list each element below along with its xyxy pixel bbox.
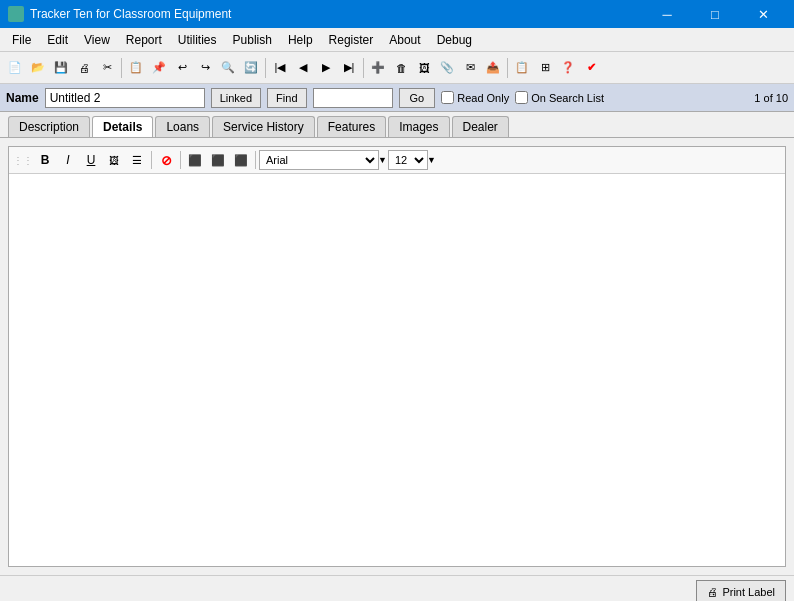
toolbar-sep-4 xyxy=(507,58,508,78)
drag-handle-icon: ⋮⋮ xyxy=(13,155,33,166)
tab-dealer[interactable]: Dealer xyxy=(452,116,509,137)
title-bar: Tracker Ten for Classroom Equipment ─ □ … xyxy=(0,0,794,28)
menu-report[interactable]: Report xyxy=(118,31,170,49)
menu-edit[interactable]: Edit xyxy=(39,31,76,49)
app-icon xyxy=(8,6,24,22)
tab-bar: Description Details Loans Service Histor… xyxy=(0,112,794,138)
tab-service-history[interactable]: Service History xyxy=(212,116,315,137)
minimize-button[interactable]: ─ xyxy=(644,4,690,24)
toolbar-list[interactable]: 📋 xyxy=(511,57,533,79)
toolbar-help[interactable]: ❓ xyxy=(557,57,579,79)
toolbar-photo[interactable]: 🖼 xyxy=(413,57,435,79)
toolbar-find[interactable]: 🔍 xyxy=(217,57,239,79)
toolbar-last[interactable]: ▶| xyxy=(338,57,360,79)
rich-sep-3 xyxy=(255,151,256,169)
toolbar-cut[interactable]: ✂ xyxy=(96,57,118,79)
menu-file[interactable]: File xyxy=(4,31,39,49)
print-label-text: Print Label xyxy=(722,586,775,598)
print-label-button[interactable]: 🖨 Print Label xyxy=(696,580,786,601)
name-label: Name xyxy=(6,91,39,105)
toolbar-prev[interactable]: ◀ xyxy=(292,57,314,79)
name-input[interactable] xyxy=(45,88,205,108)
strike-button[interactable]: ⊘ xyxy=(155,149,177,171)
menu-about[interactable]: About xyxy=(381,31,428,49)
toolbar-email[interactable]: ✉ xyxy=(459,57,481,79)
find-button[interactable]: Find xyxy=(267,88,306,108)
rich-toolbar: ⋮⋮ B I U 🖼 ☰ ⊘ ⬛ ⬛ ⬛ Arial Times New Rom… xyxy=(9,147,785,174)
toolbar-copy[interactable]: 📋 xyxy=(125,57,147,79)
tab-description[interactable]: Description xyxy=(8,116,90,137)
main-toolbar: 📄 📂 💾 🖨 ✂ 📋 📌 ↩ ↪ 🔍 🔄 |◀ ◀ ▶ ▶| ➕ 🗑 🖼 📎 … xyxy=(0,52,794,84)
maximize-button[interactable]: □ xyxy=(692,4,738,24)
go-input[interactable] xyxy=(313,88,393,108)
size-select[interactable]: 891011 121416 182024 xyxy=(388,150,428,170)
read-only-group: Read Only xyxy=(441,91,509,104)
rich-sep-1 xyxy=(151,151,152,169)
bottom-bar: 🖨 Print Label xyxy=(0,575,794,601)
italic-button[interactable]: I xyxy=(57,149,79,171)
menu-utilities[interactable]: Utilities xyxy=(170,31,225,49)
menu-bar: File Edit View Report Utilities Publish … xyxy=(0,28,794,52)
toolbar-sep-3 xyxy=(363,58,364,78)
toolbar-attach[interactable]: 📎 xyxy=(436,57,458,79)
image-button[interactable]: 🖼 xyxy=(103,149,125,171)
toolbar-export[interactable]: 📤 xyxy=(482,57,504,79)
tab-details[interactable]: Details xyxy=(92,116,153,137)
printer-icon: 🖨 xyxy=(707,586,718,598)
toolbar-checkmark[interactable]: ✔ xyxy=(580,57,602,79)
editor-area[interactable] xyxy=(9,174,785,561)
toolbar-redo[interactable]: ↪ xyxy=(194,57,216,79)
toolbar-delete[interactable]: 🗑 xyxy=(390,57,412,79)
toolbar-replace[interactable]: 🔄 xyxy=(240,57,262,79)
toolbar-add[interactable]: ➕ xyxy=(367,57,389,79)
menu-register[interactable]: Register xyxy=(321,31,382,49)
tab-features[interactable]: Features xyxy=(317,116,386,137)
toolbar-paste[interactable]: 📌 xyxy=(148,57,170,79)
underline-button[interactable]: U xyxy=(80,149,102,171)
menu-debug[interactable]: Debug xyxy=(429,31,480,49)
tab-loans[interactable]: Loans xyxy=(155,116,210,137)
toolbar-save[interactable]: 💾 xyxy=(50,57,72,79)
on-search-list-group: On Search List xyxy=(515,91,604,104)
toolbar-sep-1 xyxy=(121,58,122,78)
align-left-button[interactable]: ⬛ xyxy=(184,149,206,171)
pagination-label: 1 of 10 xyxy=(754,92,788,104)
toolbar-open[interactable]: 📂 xyxy=(27,57,49,79)
go-button[interactable]: Go xyxy=(399,88,436,108)
tab-images[interactable]: Images xyxy=(388,116,449,137)
menu-publish[interactable]: Publish xyxy=(225,31,280,49)
rich-sep-2 xyxy=(180,151,181,169)
toolbar-grid[interactable]: ⊞ xyxy=(534,57,556,79)
toolbar-undo[interactable]: ↩ xyxy=(171,57,193,79)
window-controls: ─ □ ✕ xyxy=(644,4,786,24)
app-title: Tracker Ten for Classroom Equipment xyxy=(30,7,231,21)
read-only-label: Read Only xyxy=(457,92,509,104)
bold-button[interactable]: B xyxy=(34,149,56,171)
on-search-list-label: On Search List xyxy=(531,92,604,104)
toolbar-new[interactable]: 📄 xyxy=(4,57,26,79)
bullet-button[interactable]: ☰ xyxy=(126,149,148,171)
on-search-list-checkbox[interactable] xyxy=(515,91,528,104)
name-bar: Name Linked Find Go Read Only On Search … xyxy=(0,84,794,112)
toolbar-print[interactable]: 🖨 xyxy=(73,57,95,79)
toolbar-first[interactable]: |◀ xyxy=(269,57,291,79)
menu-view[interactable]: View xyxy=(76,31,118,49)
menu-help[interactable]: Help xyxy=(280,31,321,49)
toolbar-sep-2 xyxy=(265,58,266,78)
linked-button[interactable]: Linked xyxy=(211,88,261,108)
align-center-button[interactable]: ⬛ xyxy=(207,149,229,171)
toolbar-next[interactable]: ▶ xyxy=(315,57,337,79)
close-button[interactable]: ✕ xyxy=(740,4,786,24)
font-select[interactable]: Arial Times New Roman Courier New Verdan… xyxy=(259,150,379,170)
main-content: ⋮⋮ B I U 🖼 ☰ ⊘ ⬛ ⬛ ⬛ Arial Times New Rom… xyxy=(8,146,786,567)
size-dropdown-arrow-icon: ▼ xyxy=(427,155,436,165)
read-only-checkbox[interactable] xyxy=(441,91,454,104)
align-right-button[interactable]: ⬛ xyxy=(230,149,252,171)
font-dropdown-arrow-icon: ▼ xyxy=(378,155,387,165)
